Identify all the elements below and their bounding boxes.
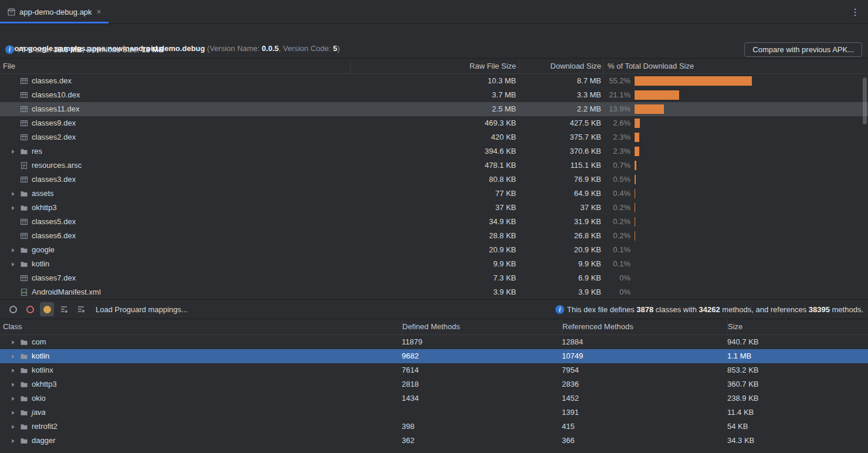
file-row[interactable]: AndroidManifest.xml3.9 KB3.9 KB0%	[0, 285, 868, 299]
col-referenced-methods[interactable]: Referenced Methods	[562, 319, 727, 334]
dex-icon	[19, 232, 29, 240]
file-row[interactable]: res394.6 KB370.6 KB2.3%	[0, 144, 868, 158]
download-size: 76.9 KB	[518, 173, 603, 187]
expand-chevron-icon[interactable]	[7, 262, 19, 267]
class-row[interactable]: dagger36236634.3 KB	[0, 434, 868, 448]
file-name: res	[29, 144, 42, 158]
file-row[interactable]: kotlin9.9 KB9.9 KB0.1%	[0, 257, 868, 271]
expand-chevron-icon[interactable]	[7, 354, 19, 359]
file-row[interactable]: classes6.dex28.8 KB26.8 KB0.2%	[0, 229, 868, 243]
expand-chevron-icon[interactable]	[7, 410, 19, 415]
col-file[interactable]: File	[0, 59, 350, 74]
expand-chevron-icon[interactable]	[7, 191, 19, 197]
defined-methods: 7614	[402, 363, 562, 377]
file-row[interactable]: classes9.dex469.3 KB427.5 KB2.6%	[0, 116, 868, 130]
expand-chevron-icon[interactable]	[7, 205, 19, 211]
file-name: resources.arsc	[29, 158, 82, 173]
package-icon	[19, 422, 29, 431]
package-icon	[19, 352, 29, 360]
percent-of-total: 0.2%	[603, 201, 630, 215]
class-row[interactable]: okio14341452238.9 KB	[0, 391, 868, 405]
file-row[interactable]: classes11.dex2.5 MB2.2 MB13.9%	[0, 102, 868, 116]
package-name: retrofit2	[29, 420, 57, 434]
class-table: com1187912884940.7 KBkotlin9682107491.1 …	[0, 335, 868, 448]
download-size: 375.7 KB	[518, 130, 603, 144]
expand-chevron-icon[interactable]	[7, 149, 19, 154]
class-row[interactable]: com1187912884940.7 KB	[0, 335, 868, 349]
expand-chevron-icon[interactable]	[7, 396, 19, 401]
col-size[interactable]: Size	[727, 319, 868, 334]
col-defined-methods[interactable]: Defined Methods	[402, 319, 562, 334]
class-row[interactable]: java139111.4 KB	[0, 405, 868, 420]
expand-chevron-icon[interactable]	[7, 340, 19, 345]
file-row[interactable]: classes5.dex34.9 KB31.9 KB0.2%	[0, 215, 868, 229]
file-name: classes3.dex	[29, 173, 76, 187]
dex-referenced-count: 38395	[809, 305, 830, 314]
class-row[interactable]: okhttp328182836360.7 KB	[0, 377, 868, 391]
show-all-classes-icon[interactable]	[40, 302, 54, 316]
defined-methods	[402, 405, 562, 420]
tab-apk-file[interactable]: app-demo-debug.apk ×	[0, 0, 108, 23]
class-row[interactable]: kotlin9682107491.1 MB	[0, 349, 868, 363]
class-row[interactable]: retrofit239841554 KB	[0, 420, 868, 434]
expand-chevron-icon[interactable]	[7, 424, 19, 430]
file-row[interactable]: assets77 KB64.9 KB0.4%	[0, 187, 868, 201]
expand-all-icon[interactable]	[57, 302, 71, 316]
file-name: classes.dex	[29, 74, 72, 88]
percent-of-total: 21.1%	[603, 88, 630, 102]
load-proguard-mappings-link[interactable]: Load Proguard mappings...	[96, 305, 188, 314]
expand-chevron-icon[interactable]	[7, 438, 19, 444]
package-name: dagger	[29, 434, 55, 448]
class-row[interactable]: kotlinx76147954853.2 KB	[0, 363, 868, 377]
percent-of-total: 0%	[603, 271, 630, 285]
class-table-header: Class Defined Methods Referenced Methods…	[0, 319, 868, 335]
percent-of-total: 0.4%	[603, 187, 630, 201]
manifest-icon	[19, 288, 29, 296]
col-download-size[interactable]: Download Size	[518, 59, 603, 74]
file-name: google	[29, 243, 55, 257]
col-raw-file-size[interactable]: Raw File Size	[350, 59, 518, 74]
col-class[interactable]: Class	[0, 319, 402, 334]
package-size: 54 KB	[727, 420, 868, 434]
file-row[interactable]: classes2.dex420 KB375.7 KB2.3%	[0, 130, 868, 144]
download-percent-bar	[635, 189, 635, 198]
percent-of-total: 0.1%	[603, 257, 630, 271]
dex-icon	[19, 175, 29, 184]
show-fields-icon[interactable]	[6, 302, 20, 316]
collapse-all-icon[interactable]	[74, 302, 88, 316]
raw-file-size: 77 KB	[350, 187, 518, 201]
expand-chevron-icon[interactable]	[7, 382, 19, 387]
raw-file-size: 3.7 MB	[350, 88, 518, 102]
package-name: kotlin	[29, 349, 49, 363]
file-row[interactable]: resources.arsc478.1 KB115.1 KB0.7%	[0, 158, 868, 173]
dex-info-text: This dex file defines 3878 classes with …	[567, 305, 864, 314]
more-options-icon[interactable]: ⋮	[842, 0, 868, 23]
show-methods-icon[interactable]	[23, 302, 37, 316]
file-row[interactable]: classes3.dex80.8 KB76.9 KB0.5%	[0, 173, 868, 187]
dex-icon	[19, 133, 29, 141]
file-row[interactable]: classes.dex10.3 MB8.7 MB55.2%	[0, 74, 868, 88]
vertical-scrollbar[interactable]	[863, 77, 867, 124]
file-name: classes6.dex	[29, 229, 76, 243]
folder-icon	[19, 204, 29, 212]
apk-file-icon	[7, 8, 16, 16]
file-row[interactable]: okhttp337 KB37 KB0.2%	[0, 201, 868, 215]
file-row[interactable]: google20.9 KB20.9 KB0.1%	[0, 243, 868, 257]
info-icon: i	[5, 45, 14, 54]
compare-apk-button[interactable]: Compare with previous APK...	[744, 42, 862, 57]
defined-methods: 398	[402, 420, 562, 434]
expand-chevron-icon[interactable]	[7, 248, 19, 253]
file-row[interactable]: classes10.dex3.7 MB3.3 MB21.1%	[0, 88, 868, 102]
download-size: 3.3 MB	[518, 88, 603, 102]
file-row[interactable]: classes7.dex7.3 KB6.9 KB0%	[0, 271, 868, 285]
percent-of-total: 2.3%	[603, 144, 630, 158]
apk-package-header: com.google.samples.apps.nowinandroid.dem…	[0, 24, 868, 40]
tab-close-icon[interactable]: ×	[97, 7, 101, 16]
apk-size-value: 18.6 MB	[53, 45, 82, 54]
package-icon	[19, 338, 29, 346]
col-percent-total[interactable]: % of Total Download Size	[603, 59, 868, 74]
package-icon	[19, 408, 29, 417]
expand-chevron-icon[interactable]	[7, 368, 19, 373]
referenced-methods: 10749	[562, 349, 727, 363]
download-percent-bar	[635, 104, 664, 114]
